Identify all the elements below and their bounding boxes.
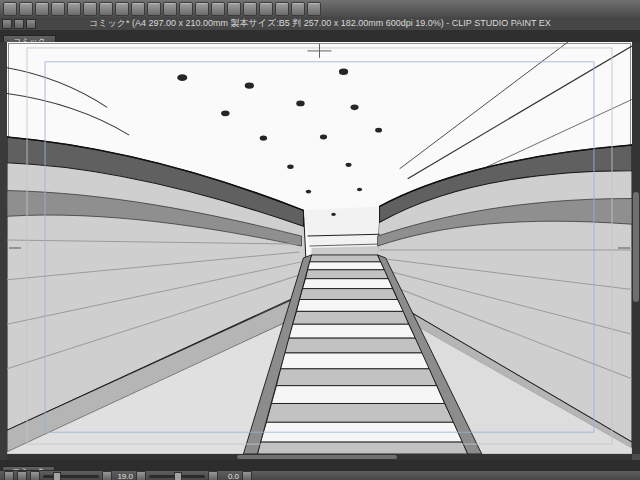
main-toolbar <box>0 0 640 18</box>
horizontal-scrollbar-thumb[interactable] <box>237 455 397 459</box>
copy-icon[interactable] <box>131 2 145 16</box>
escalator-line-drawing <box>7 42 632 454</box>
hand-tool-icon[interactable] <box>259 2 273 16</box>
zoom-slider-thumb[interactable] <box>53 472 61 480</box>
redo-icon[interactable] <box>99 2 113 16</box>
canvas-tabstrip: コミック <box>0 30 640 42</box>
fill-icon[interactable] <box>179 2 193 16</box>
document-title: コミック* (A4 297.00 x 210.00mm 製本サイズ:B5 判 2… <box>0 17 640 31</box>
select-icon[interactable] <box>195 2 209 16</box>
vertical-scrollbar-thumb[interactable] <box>633 192 639 302</box>
doc-minimize-icon[interactable] <box>2 19 12 29</box>
new-document-icon[interactable] <box>19 2 33 16</box>
snap-icon[interactable] <box>307 2 321 16</box>
status-bar: 19.0 0.0 <box>0 470 640 480</box>
rotate-canvas-icon[interactable] <box>275 2 289 16</box>
paste-icon[interactable] <box>147 2 161 16</box>
bottom-tabstrip: コミック <box>0 460 640 470</box>
zoom-in-icon[interactable] <box>227 2 241 16</box>
vertical-scrollbar[interactable] <box>632 42 640 454</box>
zoom-value: 19.0 <box>115 472 133 480</box>
zoom-out-icon[interactable] <box>243 2 257 16</box>
rotate-cw-icon[interactable] <box>208 471 218 480</box>
doc-restore-icon[interactable] <box>14 19 24 29</box>
app-menu-icon[interactable] <box>3 2 17 16</box>
rotation-slider[interactable] <box>149 475 205 478</box>
deselect-icon[interactable] <box>211 2 225 16</box>
open-file-icon[interactable] <box>35 2 49 16</box>
canvas-viewport[interactable] <box>7 42 632 454</box>
export-icon[interactable] <box>67 2 81 16</box>
clip-studio-paint-window: コミック* (A4 297.00 x 210.00mm 製本サイズ:B5 判 2… <box>0 0 640 480</box>
zoom-in-icon[interactable] <box>102 471 112 480</box>
rotation-slider-thumb[interactable] <box>174 472 182 480</box>
undo-icon[interactable] <box>83 2 97 16</box>
doc-close-icon[interactable] <box>26 19 36 29</box>
grid-icon[interactable] <box>291 2 305 16</box>
save-icon[interactable] <box>51 2 65 16</box>
zoom-out-icon[interactable] <box>30 471 40 480</box>
document-window-controls <box>2 19 36 29</box>
subview-icon[interactable] <box>17 471 27 480</box>
zoom-slider[interactable] <box>43 475 99 478</box>
rotation-value: 0.0 <box>221 472 239 480</box>
cut-icon[interactable] <box>115 2 129 16</box>
rotate-ccw-icon[interactable] <box>136 471 146 480</box>
navigator-icon[interactable] <box>4 471 14 480</box>
canvas-left-frame <box>0 42 7 460</box>
delete-icon[interactable] <box>163 2 177 16</box>
fit-to-screen-icon[interactable] <box>242 471 252 480</box>
